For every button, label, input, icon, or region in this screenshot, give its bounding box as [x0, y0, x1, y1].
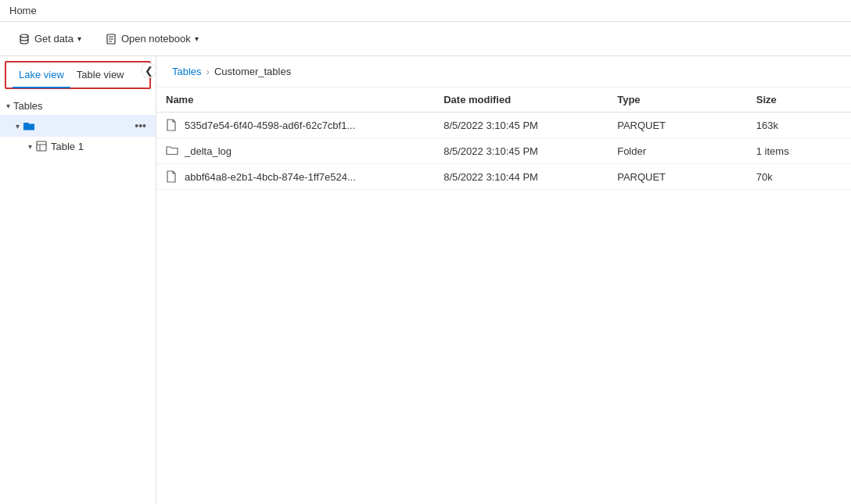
table-row[interactable]: _delta_log 8/5/2022 3:10:45 PM Folder 1 … [156, 138, 851, 164]
notebook-icon [105, 33, 117, 45]
file-size: 1 items [747, 138, 851, 164]
col-header-size: Size [747, 88, 851, 113]
file-size: 163k [747, 113, 851, 138]
folder-tree-item[interactable]: ▾ ••• [0, 115, 156, 137]
file-date-modified: 8/5/2022 3:10:45 PM [434, 138, 608, 164]
open-notebook-button[interactable]: Open notebook ▾ [96, 28, 207, 50]
folder-icon [23, 120, 35, 132]
get-data-label: Get data [34, 33, 74, 45]
table-row[interactable]: 535d7e54-6f40-4598-ad6f-62c7cbf1... 8/5/… [156, 113, 851, 138]
document-icon [166, 119, 178, 131]
col-header-name: Name [156, 88, 434, 113]
svg-rect-5 [37, 141, 46, 151]
tables-section-label: Tables [13, 100, 43, 112]
tab-table-view[interactable]: Table view [70, 63, 131, 88]
folder-chevron-icon: ▾ [16, 122, 20, 130]
open-notebook-label: Open notebook [121, 33, 191, 45]
svg-point-0 [20, 34, 28, 38]
folder-file-icon [166, 145, 178, 157]
breadcrumb-parent-link[interactable]: Tables [172, 66, 202, 77]
file-table-body: 535d7e54-6f40-4598-ad6f-62c7cbf1... 8/5/… [156, 113, 851, 190]
col-header-type: Type [608, 88, 747, 113]
breadcrumb-current: Customer_tables [214, 66, 291, 77]
table1-table-icon [35, 140, 48, 152]
sidebar-collapse-button[interactable]: ❮ [141, 63, 156, 78]
file-size: 70k [747, 164, 851, 190]
get-data-chevron: ▾ [77, 34, 81, 43]
toolbar: Get data ▾ Open notebook ▾ [0, 22, 851, 56]
document-icon [166, 170, 178, 183]
file-table-header: Name Date modified Type Size [156, 88, 851, 113]
tables-section-header[interactable]: ▾ Tables [0, 97, 156, 115]
get-data-button[interactable]: Get data ▾ [9, 28, 90, 50]
tab-lake-view[interactable]: Lake view [13, 63, 70, 88]
top-bar-title: Home [9, 5, 37, 16]
database-icon [18, 33, 31, 45]
breadcrumb-separator: › [206, 66, 210, 77]
main-layout: ❮ Lake view Table view ▾ Tables ▾ [0, 56, 851, 504]
folder-more-button[interactable]: ••• [131, 118, 149, 134]
file-type: PARQUET [608, 113, 747, 138]
table1-chevron-icon: ▾ [28, 142, 32, 151]
file-name-cell: _delta_log [166, 145, 425, 157]
file-name: 535d7e54-6f40-4598-ad6f-62c7cbf1... [185, 120, 355, 131]
table-row[interactable]: abbf64a8-e2b1-4bcb-874e-1ff7e524... 8/5/… [156, 164, 851, 190]
file-name-cell: abbf64a8-e2b1-4bcb-874e-1ff7e524... [166, 170, 425, 183]
file-name: abbf64a8-e2b1-4bcb-874e-1ff7e524... [185, 171, 356, 183]
sidebar: ❮ Lake view Table view ▾ Tables ▾ [0, 56, 156, 504]
col-header-date-modified: Date modified [434, 88, 608, 113]
file-name-cell: 535d7e54-6f40-4598-ad6f-62c7cbf1... [166, 119, 425, 131]
table1-label: Table 1 [51, 141, 84, 152]
sidebar-tree: ▾ Tables ▾ ••• ▾ [0, 94, 156, 504]
view-tabs: Lake view Table view [5, 61, 151, 89]
file-name: _delta_log [185, 145, 232, 157]
tables-chevron-icon: ▾ [6, 102, 10, 110]
table1-tree-item[interactable]: ▾ Table 1 [0, 137, 156, 155]
file-date-modified: 8/5/2022 3:10:45 PM [434, 113, 608, 138]
file-type: Folder [608, 138, 747, 164]
top-bar: Home [0, 0, 851, 22]
content-area: Tables › Customer_tables Name Date modif… [156, 56, 851, 504]
collapse-icon: ❮ [145, 65, 153, 77]
file-date-modified: 8/5/2022 3:10:44 PM [434, 164, 608, 190]
file-type: PARQUET [608, 164, 747, 190]
open-notebook-chevron: ▾ [195, 34, 199, 43]
file-table: Name Date modified Type Size [156, 88, 851, 190]
breadcrumb: Tables › Customer_tables [156, 56, 851, 88]
